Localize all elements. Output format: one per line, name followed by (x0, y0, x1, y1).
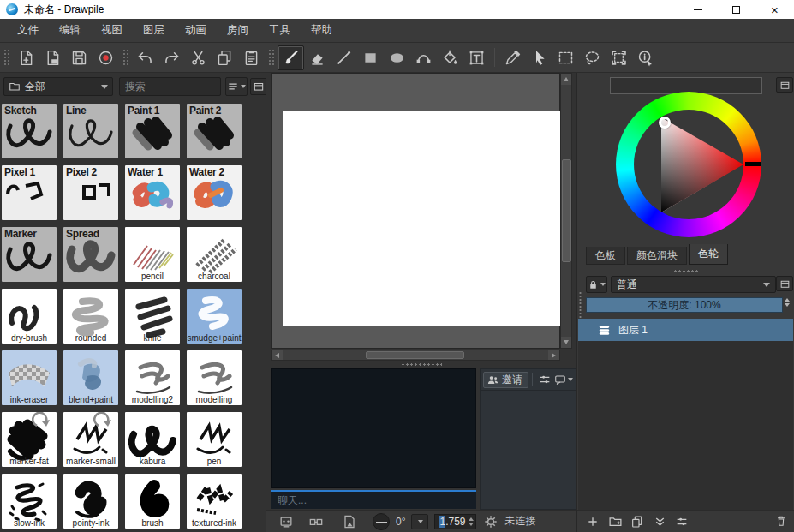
color-wheel[interactable] (616, 92, 761, 237)
laser-pointer-button[interactable] (526, 45, 552, 70)
brush-button[interactable] (278, 45, 304, 70)
spin-up-icon[interactable] (469, 517, 474, 521)
brush-preset-charcoal[interactable]: charcoal (187, 227, 242, 282)
layer-row[interactable]: 图层 1 (578, 319, 793, 341)
layer-panel-detach-button[interactable] (776, 276, 793, 291)
session-settings-button[interactable] (535, 371, 554, 388)
brush-preset-marker-small[interactable]: marker-small (63, 412, 118, 467)
brush-preset-pencil[interactable]: pencil (125, 227, 180, 282)
undo-button[interactable] (132, 45, 158, 70)
laser-trails-toggle-icon[interactable] (307, 513, 325, 530)
minimize-button[interactable] (678, 0, 717, 19)
invite-button[interactable]: 邀请 (483, 372, 528, 388)
chat-toggle-button[interactable] (554, 371, 573, 388)
opacity-spinner[interactable] (785, 298, 790, 307)
menu-item-0[interactable]: 文件 (7, 19, 49, 42)
menu-item-3[interactable]: 图层 (133, 19, 175, 42)
brush-preset-blend-paint[interactable]: blend+paint (63, 350, 118, 405)
brush-preset-brush[interactable]: brush (125, 474, 180, 529)
color-selector-cursor[interactable] (659, 117, 671, 129)
scroll-right-button[interactable] (548, 350, 559, 360)
brush-preset-kabura[interactable]: kabura (125, 412, 180, 467)
menu-item-5[interactable]: 房间 (217, 19, 259, 42)
toolbar-drag-handle[interactable] (122, 48, 129, 67)
tab-color-sliders[interactable]: 颜色滑块 (627, 247, 687, 265)
brush-preset-rounded[interactable]: rounded (63, 289, 118, 344)
canvas-background-icon[interactable] (341, 513, 358, 530)
brush-preset-marker[interactable]: Marker (2, 227, 57, 282)
gear-icon[interactable] (482, 513, 499, 530)
saturation-value-triangle[interactable] (616, 92, 761, 237)
menu-item-4[interactable]: 动画 (175, 19, 217, 42)
brush-preset-water-1[interactable]: Water 1 (125, 165, 180, 220)
line-button[interactable] (331, 45, 357, 70)
toolbar-drag-handle[interactable] (3, 48, 10, 67)
brush-preset-dry-brush[interactable]: dry-brush (2, 289, 57, 344)
menu-item-7[interactable]: 帮助 (301, 19, 343, 42)
brush-preset-pixel-2[interactable]: Pixel 2 (63, 165, 118, 220)
layer-lock-button[interactable] (586, 276, 607, 293)
add-group-button[interactable] (605, 512, 625, 531)
brush-preset-modelling2[interactable]: modelling2 (125, 350, 180, 405)
horizontal-scrollbar[interactable] (271, 350, 560, 361)
menu-item-6[interactable]: 工具 (259, 19, 301, 42)
layer-opacity-slider[interactable]: 不透明度: 100% (586, 297, 783, 313)
blend-mode-dropdown[interactable]: 普通 (611, 276, 776, 293)
brush-preset-water-2[interactable]: Water 2 (187, 165, 242, 220)
paste-button[interactable] (238, 45, 265, 70)
brush-preset-slow-ink[interactable]: slow-ink (2, 474, 57, 529)
select-rect-button[interactable] (552, 45, 579, 70)
brush-preset-smudge-paint[interactable]: smudge+paint (187, 289, 242, 344)
brush-preset-pointy-ink[interactable]: pointy-ink (63, 474, 118, 529)
cut-button[interactable] (185, 45, 212, 70)
chat-input[interactable] (271, 490, 476, 509)
inspector-button[interactable] (632, 45, 659, 70)
brush-preset-marker-fat[interactable]: marker-fat (2, 412, 57, 467)
brush-preset-ink-eraser[interactable]: ink-eraser (2, 350, 57, 405)
add-layer-button[interactable] (582, 512, 603, 531)
redo-button[interactable] (158, 45, 185, 70)
duplicate-layer-button[interactable] (627, 512, 648, 531)
new-file-button[interactable] (13, 45, 39, 70)
brush-preset-textured-ink[interactable]: textured-ink (187, 474, 242, 529)
horizontal-scroll-thumb[interactable] (366, 351, 464, 359)
brush-panel-detach-button[interactable] (250, 78, 267, 95)
brush-preset-modelling[interactable]: modelling (187, 350, 242, 405)
brush-preset-spread[interactable]: Spread (63, 227, 118, 282)
color-panel-detach-button[interactable] (776, 77, 793, 93)
rotation-dropdown-button[interactable] (411, 514, 428, 529)
scroll-down-button[interactable] (561, 337, 571, 348)
rotation-dial[interactable] (373, 513, 390, 530)
toolbar-drag-handle[interactable] (267, 48, 275, 67)
brush-preset-knife[interactable]: knife (125, 289, 180, 344)
delete-layer-button[interactable] (771, 511, 791, 530)
chat-splitter-handle[interactable] (401, 362, 442, 367)
merge-layer-button[interactable] (649, 512, 670, 531)
curve-button[interactable] (410, 45, 437, 70)
layer-properties-button[interactable] (672, 512, 692, 531)
tab-palette[interactable]: 色板 (586, 247, 625, 265)
open-file-button[interactable] (39, 45, 66, 70)
rectangle-button[interactable] (357, 45, 384, 70)
menu-item-2[interactable]: 视图 (91, 19, 133, 42)
scroll-left-button[interactable] (272, 350, 283, 360)
brush-preset-line[interactable]: Line (63, 104, 118, 158)
transform-button[interactable] (606, 45, 632, 70)
save-button[interactable] (66, 45, 93, 70)
select-lasso-button[interactable] (579, 45, 606, 70)
maximize-button[interactable] (717, 0, 755, 19)
brush-preset-pixel-1[interactable]: Pixel 1 (2, 165, 57, 220)
scroll-up-button[interactable] (561, 74, 571, 85)
ellipse-button[interactable] (384, 45, 410, 70)
vertical-scroll-thumb[interactable] (562, 159, 571, 262)
user-pointers-toggle-icon[interactable] (278, 513, 295, 530)
zoom-spinbox[interactable]: 1.759 (434, 514, 475, 529)
close-button[interactable]: × (755, 0, 794, 19)
brush-preset-pen[interactable]: pen (187, 412, 242, 467)
brush-preset-sketch[interactable]: Sketch (2, 104, 57, 158)
tab-color-wheel[interactable]: 色轮 (689, 244, 728, 265)
vertical-scrollbar[interactable] (560, 73, 572, 349)
canvas-document[interactable] (283, 111, 561, 326)
spin-down-icon[interactable] (469, 523, 474, 526)
menu-item-1[interactable]: 编辑 (49, 19, 91, 42)
